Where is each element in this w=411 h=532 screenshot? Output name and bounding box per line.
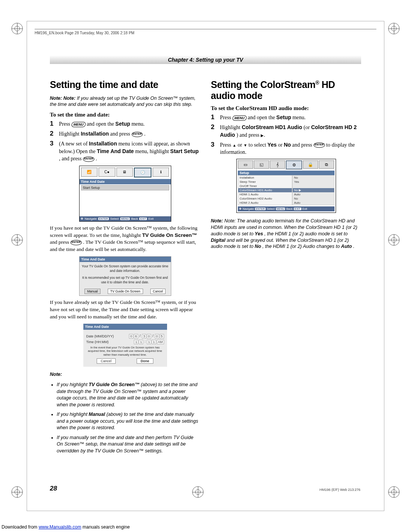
footer-right-text: HM196 (E/F) Web 213:276 xyxy=(320,488,360,492)
lock-icon: 🔒 xyxy=(303,160,318,169)
installation-word: Installation xyxy=(89,141,117,147)
step-number: 3 xyxy=(50,140,59,163)
figure-icon-row: 📶 C● 🖥 🕘 ℹ xyxy=(80,166,171,179)
page-sheet: HM196_EN.book Page 28 Tuesday, May 30, 2… xyxy=(27,21,384,511)
t: (or xyxy=(304,125,311,130)
intro-note: Note: Note: If you already set up the TV… xyxy=(50,95,200,108)
figure-start-setup-row: Start Setup xyxy=(81,185,169,190)
setup-word: Setup xyxy=(115,121,130,127)
t: or xyxy=(278,142,284,148)
note-bullet-2: If you highlight Manual (above) to set t… xyxy=(57,411,200,431)
right-column: Setting the ColorStream® HD audio mode T… xyxy=(211,79,361,457)
tvguide-label: TV Guide On Screen™ xyxy=(89,382,139,387)
download-footer: Downloaded from www.Manualslib.com manua… xyxy=(2,524,130,530)
note-bullet-3: If you manually set the time and date an… xyxy=(57,435,200,455)
note-label: Note: xyxy=(50,96,62,101)
enter-button-icon: ENTER xyxy=(314,142,325,148)
t: Press xyxy=(220,142,233,148)
menu-button-icon: MENU xyxy=(71,122,86,127)
t: and open the xyxy=(87,121,115,127)
t: and press xyxy=(50,239,70,245)
date-label: Date (MM/DD/YY) xyxy=(86,334,114,338)
pc-icon: 🖥 xyxy=(116,168,133,177)
t: . xyxy=(353,244,354,249)
digital-word: Digital xyxy=(211,238,225,243)
figure-line2: It is recommended you set up TV Guide On… xyxy=(82,276,169,285)
notes-list: If you highlight TV Guide On Screen™ (ab… xyxy=(50,382,200,454)
section-title-colorstream: Setting the ColorStream® HD audio mode xyxy=(211,79,361,101)
nav-label: Navigate xyxy=(85,217,97,220)
section-title-time-date: Setting the time and date xyxy=(50,79,200,90)
t: If you highlight xyxy=(57,412,89,417)
t: and press xyxy=(292,142,314,148)
subheading-colorstream: To set the ColorStream HD audio mode: xyxy=(211,105,361,112)
exit-label: Exit xyxy=(148,217,153,220)
menu-right-col: NoYes No ▶AutoNoAuto xyxy=(292,175,335,205)
t: Setting the ColorStream xyxy=(211,79,315,90)
step-3: 3 (A new set of Installation menu icons … xyxy=(50,140,200,163)
figure-nav-bar: ✥ Navigate ENTER Select MENU Back EXIT E… xyxy=(238,206,335,211)
preferences-icon: ⧉ xyxy=(319,160,334,169)
manual-word: Manual xyxy=(89,412,105,417)
step-1: 1 Press MENU and open the Setup menu. xyxy=(211,114,361,121)
step-body: (A new set of Installation menu icons wi… xyxy=(59,140,200,163)
nav-icon: ✥ xyxy=(239,207,242,211)
colorstream-note: Note: Note: Note: The analog audio termi… xyxy=(211,218,361,250)
time-cells: 11:11AM xyxy=(134,340,164,344)
t: and open the xyxy=(248,115,276,120)
setup-word: Setup xyxy=(276,114,291,120)
note-label: Note: xyxy=(50,372,62,377)
enter-button-icon: ENTER xyxy=(132,132,143,137)
t: Press xyxy=(59,121,72,127)
cancel-button: Cancel xyxy=(150,289,166,294)
step-body: Press MENU and open the Setup menu. xyxy=(220,114,361,121)
step-body: Highlight ColorStream HD1 Audio (or Colo… xyxy=(220,124,361,139)
no-word: No xyxy=(255,244,261,249)
time-label: Time (HH:MM) xyxy=(86,340,109,344)
nav-icon: ✥ xyxy=(81,217,83,220)
t: , the HDMI 1 (or 2) audio mode is set to xyxy=(264,231,348,236)
manual-button: Manual xyxy=(84,289,100,294)
download-pre: Downloaded from xyxy=(2,524,38,530)
menu-button-icon: MENU xyxy=(232,115,247,121)
start-setup-word: Start Setup xyxy=(170,148,199,154)
t: , the HDMI 1 (or 2) Audio changes to xyxy=(263,244,341,249)
t: menu. xyxy=(131,121,145,127)
subheading-set-time: To set the time and date: xyxy=(50,112,200,118)
figure-title-bar: Time And Date xyxy=(83,324,167,330)
menu-left-col: InstallationSleep TimerOn/Off TimerColor… xyxy=(238,175,292,205)
step-2: 2 Highlight ColorStream HD1 Audio (or Co… xyxy=(211,124,361,139)
video-icon: ▭ xyxy=(238,160,253,169)
t: or xyxy=(237,142,243,148)
chapter-heading: Chapter 4: Setting up your TV xyxy=(50,56,361,64)
figure-nav-bar: ✥ Navigate ENTER Select MENU Back EXIT E… xyxy=(80,216,171,221)
t: ) and press xyxy=(236,132,261,138)
figure-body: Your TV Guide On Screen system can provi… xyxy=(80,262,171,287)
figure-installation-menu: 📶 C● 🖥 🕘 ℹ Time And Date Start Setup ✥ N… xyxy=(79,166,171,222)
paragraph-after-fig1: If you have not set up the TV Guide On S… xyxy=(50,225,200,254)
figure-time-date-entry: Time And Date Date (MM/DD/YY) 06/30/05 T… xyxy=(83,324,167,367)
t: to select xyxy=(249,142,268,148)
step-number: 2 xyxy=(50,130,59,138)
select-label: Select xyxy=(110,217,119,220)
t: Highlight xyxy=(59,131,81,137)
registration-mark xyxy=(11,23,23,34)
audio-icon: 𝄞 xyxy=(270,160,285,169)
clock-icon: 🕘 xyxy=(134,168,151,177)
tvguide-button: TV Guide On Screen xyxy=(108,289,143,294)
step-number: 2 xyxy=(211,124,220,139)
t: . xyxy=(144,131,146,137)
manualslib-link[interactable]: www.Manualslib.com xyxy=(38,524,81,530)
page-number: 28 xyxy=(50,485,57,492)
step-number: 1 xyxy=(50,120,59,128)
date-cells: 06/30/05 xyxy=(129,334,164,339)
cc-icon: C● xyxy=(99,168,115,177)
note-heading: Note: xyxy=(50,371,200,378)
no-word: No xyxy=(284,142,291,148)
registration-mark xyxy=(388,234,400,246)
figure-button-row: Cancel Done xyxy=(86,358,164,364)
step-3: 3 Press or to select Yes or No xyxy=(211,141,361,156)
t: (A new set of xyxy=(59,141,89,147)
t: . xyxy=(264,132,265,138)
step-body: Press or to select Yes or No and press E… xyxy=(220,141,361,156)
